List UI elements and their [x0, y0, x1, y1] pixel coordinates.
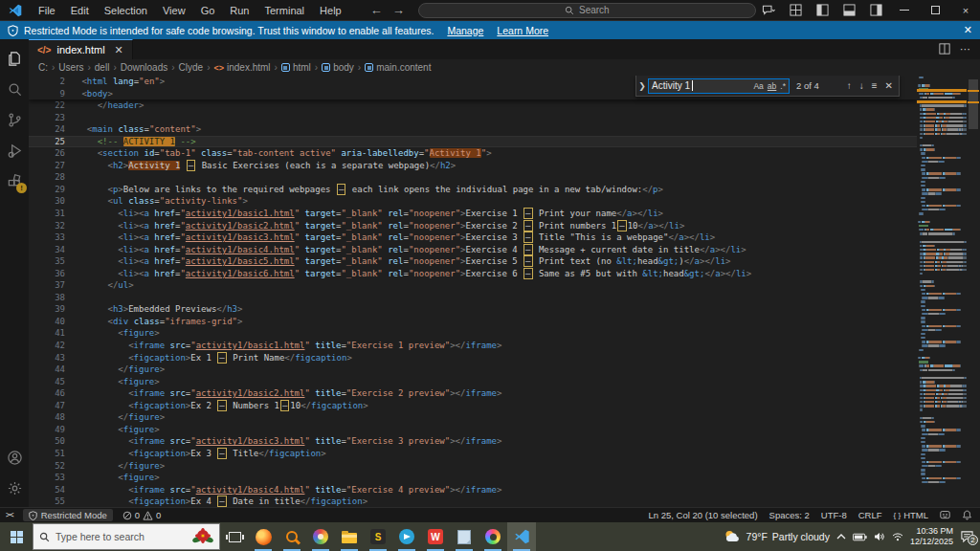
split-editor-icon[interactable]	[939, 43, 950, 56]
code-line[interactable]: 36 <li><a href="activity1/basic6.html" t…	[29, 268, 917, 280]
code-line[interactable]: 50 <iframe src="activity1/basic3.html" t…	[29, 435, 917, 448]
run-debug-icon[interactable]	[0, 135, 29, 165]
code-line[interactable]: 35 <li><a href="activity1/basic5.html" t…	[29, 255, 917, 268]
vertical-scrollbar[interactable]	[967, 76, 980, 507]
minimize-button[interactable]	[890, 0, 919, 21]
accounts-icon[interactable]	[0, 442, 29, 473]
find-next-icon[interactable]: ↓	[859, 80, 864, 91]
taskbar-app-search-tool[interactable]	[278, 522, 306, 551]
whole-word-toggle[interactable]: ab	[768, 81, 776, 91]
code-line[interactable]: 24 <main class="content">	[29, 123, 917, 136]
start-button[interactable]	[0, 522, 33, 551]
problems-indicator[interactable]: 0 0	[117, 508, 167, 522]
code-line[interactable]: 54 <iframe src="activity1/basic4.html" t…	[29, 484, 917, 496]
match-case-toggle[interactable]: Aa	[753, 81, 763, 91]
battery-icon[interactable]	[853, 533, 867, 541]
panel-right-icon[interactable]	[863, 0, 888, 21]
breadcrumb-item-index-html[interactable]: <>index.html	[213, 62, 270, 73]
indentation[interactable]: Spaces: 2	[764, 508, 815, 522]
taskbar-app-wps-office[interactable]: W	[421, 522, 450, 551]
code-line[interactable]: 46 <iframe src="activity1/basic2.html" t…	[29, 387, 917, 400]
taskbar-app-telegram[interactable]	[392, 522, 421, 551]
customize-layout-icon[interactable]	[783, 0, 808, 21]
notification-center-icon[interactable]: 2	[960, 530, 974, 543]
find-expand-icon[interactable]: ❯	[636, 81, 648, 91]
menu-terminal[interactable]: Terminal	[257, 0, 313, 21]
tray-chevron-icon[interactable]	[836, 533, 846, 540]
code-line[interactable]: 29 <p>Below are links to the required we…	[29, 184, 917, 196]
find-previous-icon[interactable]: ↑	[847, 80, 852, 91]
extensions-icon[interactable]: !	[0, 165, 29, 196]
code-line[interactable]: 34 <li><a href="activity1/basic4.html" t…	[29, 244, 917, 256]
code-line[interactable]: 53 <figure>	[29, 472, 917, 484]
tab-close-icon[interactable]: ✕	[115, 44, 123, 56]
code-line[interactable]: 51 <figcaption>Ex 3 – Title</figcaption>	[29, 448, 917, 460]
poinsettia-flower-icon[interactable]	[192, 528, 213, 545]
code-line[interactable]: 30 <ul class="activity-links">	[29, 195, 917, 208]
breadcrumb-item-html[interactable]: html	[281, 62, 311, 73]
code-line[interactable]: 43 <figcaption>Ex 1 – Print Name</figcap…	[29, 352, 917, 364]
breadcrumb-item-users[interactable]: Users	[58, 62, 83, 73]
restricted-mode-status[interactable]: Restricted Mode	[23, 509, 113, 521]
breadcrumb-item-downloads[interactable]: Downloads	[121, 62, 167, 73]
settings-gear-icon[interactable]	[0, 473, 29, 503]
menu-go[interactable]: Go	[193, 0, 223, 21]
code-line[interactable]: 22 </header>	[29, 99, 917, 112]
scrollbar-thumb[interactable]	[969, 79, 978, 129]
remote-indicator[interactable]: ><	[0, 508, 19, 522]
code-line[interactable]: 37 </ul>	[29, 279, 917, 292]
banner-close-icon[interactable]: ✕	[964, 24, 972, 36]
taskbar-app-paint[interactable]	[306, 522, 335, 551]
menu-view[interactable]: View	[155, 0, 193, 21]
tab-index-html[interactable]: </> index.html ✕	[29, 39, 133, 59]
code-line[interactable]: 26 <section id="tab-1" class="tab-conten…	[29, 147, 917, 160]
weather-widget[interactable]: 79°F Partly cloudy	[723, 529, 830, 544]
source-control-icon[interactable]	[0, 104, 29, 135]
breadcrumb-item-main-content[interactable]: main.content	[365, 62, 431, 73]
code-line[interactable]: 45 <figure>	[29, 376, 917, 388]
taskbar-app-file-explorer[interactable]	[335, 522, 364, 551]
taskbar-app-task-view[interactable]	[220, 522, 249, 551]
breadcrumb-item-c-[interactable]: C:	[38, 62, 48, 73]
code-line[interactable]: 23	[29, 112, 917, 124]
breadcrumb-item-dell[interactable]: dell	[95, 62, 110, 73]
taskbar-app-vs-code[interactable]	[507, 522, 536, 551]
taskbar-app-photos[interactable]	[479, 522, 507, 551]
code-line[interactable]: 33 <li><a href="activity1/basic3.html" t…	[29, 231, 917, 244]
search-sidebar-icon[interactable]	[0, 74, 29, 104]
code-line[interactable]: 27 <h2>Activity 1 – Basic Exercises (eac…	[29, 160, 917, 172]
maximize-button[interactable]	[921, 0, 949, 21]
code-line[interactable]: 31 <li><a href="activity1/basic1.html" t…	[29, 208, 917, 220]
panel-bottom-icon[interactable]	[836, 0, 861, 21]
code-line[interactable]: 47 <figcaption>Ex 2 – Numbers 1–10</figc…	[29, 400, 917, 412]
code-line[interactable]: 28	[29, 171, 917, 184]
code-line[interactable]: 42 <iframe src="activity1/basic1.html" t…	[29, 340, 917, 352]
code-line[interactable]: 48 </figure>	[29, 411, 917, 424]
eol-sequence[interactable]: CRLF	[853, 508, 888, 522]
find-input[interactable]: Activity 1 Aa ab .*	[648, 78, 790, 94]
close-window-button[interactable]: ×	[951, 0, 980, 21]
cursor-position[interactable]: Ln 25, Col 20 (10 selected)	[642, 508, 763, 522]
code-editor[interactable]: ❯ Activity 1 Aa ab .* 2 of 4 ↑ ↓	[29, 76, 980, 507]
feedback-icon[interactable]	[934, 508, 956, 522]
network-icon[interactable]	[892, 532, 903, 541]
code-line[interactable]: 41 <figure>	[29, 327, 917, 340]
regex-toggle[interactable]: .*	[780, 81, 786, 91]
command-center-search[interactable]: Search	[418, 3, 756, 18]
taskbar-clock[interactable]: 10:36 PM 12/12/2025	[910, 526, 953, 547]
taskbar-search-box[interactable]: Type here to search	[33, 523, 220, 550]
explorer-icon[interactable]	[0, 43, 29, 74]
taskbar-app-firefox[interactable]	[249, 522, 278, 551]
language-mode[interactable]: { } HTML	[888, 508, 934, 522]
learn-more-link[interactable]: Learn More	[497, 25, 548, 36]
forward-arrow-icon[interactable]: →	[392, 3, 405, 17]
code-line[interactable]: 39 <h3>Embedded Previews</h3>	[29, 303, 917, 316]
back-arrow-icon[interactable]: ←	[370, 3, 383, 17]
chat-dropdown-icon[interactable]	[756, 0, 781, 21]
manage-link[interactable]: Manage	[447, 25, 483, 36]
menu-edit[interactable]: Edit	[63, 0, 97, 21]
code-line[interactable]: 52 </figure>	[29, 460, 917, 473]
notifications-bell-icon[interactable]	[956, 508, 980, 522]
encoding[interactable]: UTF-8	[815, 508, 853, 522]
code-line[interactable]: 49 <figure>	[29, 424, 917, 436]
